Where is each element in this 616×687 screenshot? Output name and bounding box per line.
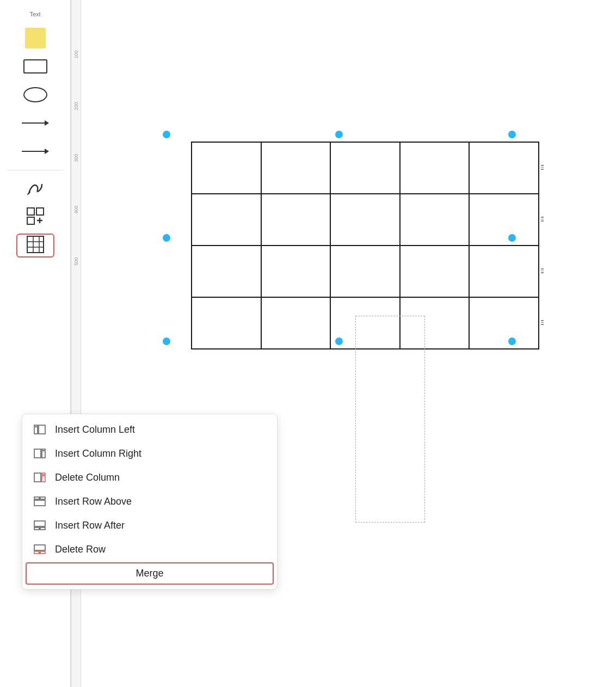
menu-item-label-merge: Merge [34,568,265,579]
freehand-tool[interactable] [16,177,54,201]
ellipse-tool[interactable] [16,83,54,107]
insert-row-above-icon [33,495,46,508]
menu-item-label-delete-row: Delete Row [55,544,106,555]
insert-row-after-icon [33,519,46,532]
table-cell[interactable] [469,246,539,297]
table-row [192,297,539,349]
tool-separator-1 [7,170,63,170]
double-arrow-shape [22,149,49,154]
table-cell[interactable] [261,246,331,297]
rectangle-shape [23,59,47,73]
menu-item-delete-row[interactable]: Delete Row [22,537,277,561]
menu-item-insert-col-left[interactable]: Insert Column Left [22,418,277,441]
handle-bottom-left[interactable] [163,338,170,345]
table-cell[interactable] [261,297,331,349]
freehand-icon [26,178,45,200]
table-cell[interactable] [330,246,400,297]
ellipse-shape [23,87,47,102]
menu-item-label-insert-row-above: Insert Row Above [55,496,132,507]
svg-rect-22 [34,500,45,506]
handle-top-right[interactable] [508,131,516,138]
svg-rect-5 [27,236,44,253]
rectangle-tool[interactable] [16,54,54,78]
svg-rect-1 [36,208,44,215]
handle-mid-left[interactable] [163,234,170,242]
menu-item-insert-row-after[interactable]: Insert Row After [22,513,277,537]
table-cell[interactable] [469,142,539,194]
handle-mid-right[interactable] [508,234,516,242]
gridplus-icon [26,207,45,228]
sticky-note-shape [25,28,46,48]
svg-rect-0 [27,208,34,215]
arrow-tool[interactable] [16,111,54,135]
table-cell[interactable] [400,297,470,349]
sketch-table[interactable] [191,142,539,349]
menu-item-delete-col[interactable]: Delete Column [22,465,277,489]
text-tool-label: Text [29,11,40,17]
table-cell[interactable] [330,194,400,246]
context-menu: Insert Column Left Insert Column Right D… [22,414,278,590]
insert-col-left-icon [33,423,46,436]
table-cell[interactable] [261,194,331,246]
svg-rect-26 [34,521,45,526]
table-cell[interactable] [330,142,400,194]
menu-item-merge[interactable]: Merge [26,562,274,585]
table-cell[interactable] [469,297,539,349]
handle-bottom-right[interactable] [508,338,516,345]
table-icon [26,235,45,256]
table-cell[interactable] [400,246,470,297]
arrow-shape [22,120,49,126]
table-cell[interactable] [192,194,261,246]
delete-row-icon [33,543,46,556]
menu-item-label-insert-col-left: Insert Column Left [55,424,135,435]
svg-rect-18 [34,473,41,482]
svg-rect-11 [39,425,45,434]
table-cell[interactable] [400,142,470,194]
table-cell[interactable] [261,142,331,194]
sticky-note-tool[interactable] [16,26,54,50]
table-cell[interactable] [469,194,539,246]
delete-col-icon [33,471,46,484]
svg-rect-2 [27,217,34,224]
table-row [192,142,539,194]
table-cell[interactable] [192,297,261,349]
table-row [192,246,539,297]
double-arrow-tool[interactable] [16,139,54,163]
table-cell[interactable] [192,142,261,194]
menu-item-label-insert-col-right: Insert Column Right [55,448,141,459]
table-tool[interactable] [16,234,54,257]
table-row [192,194,539,246]
table-cell[interactable] [192,246,261,297]
menu-item-label-insert-row-after: Insert Row After [55,520,125,531]
handle-bottom-center[interactable] [335,338,343,345]
menu-item-insert-col-right[interactable]: Insert Column Right [22,441,277,465]
handle-top-center[interactable] [335,131,343,138]
sketch-table-container [191,142,539,349]
svg-rect-14 [34,449,41,458]
table-cell[interactable] [400,194,470,246]
insert-col-right-icon [33,447,46,460]
handle-top-left[interactable] [163,131,170,138]
svg-rect-30 [34,545,45,550]
menu-item-label-delete-col: Delete Column [55,472,120,483]
gridplus-tool[interactable] [16,205,54,229]
menu-item-insert-row-above[interactable]: Insert Row Above [22,489,277,513]
